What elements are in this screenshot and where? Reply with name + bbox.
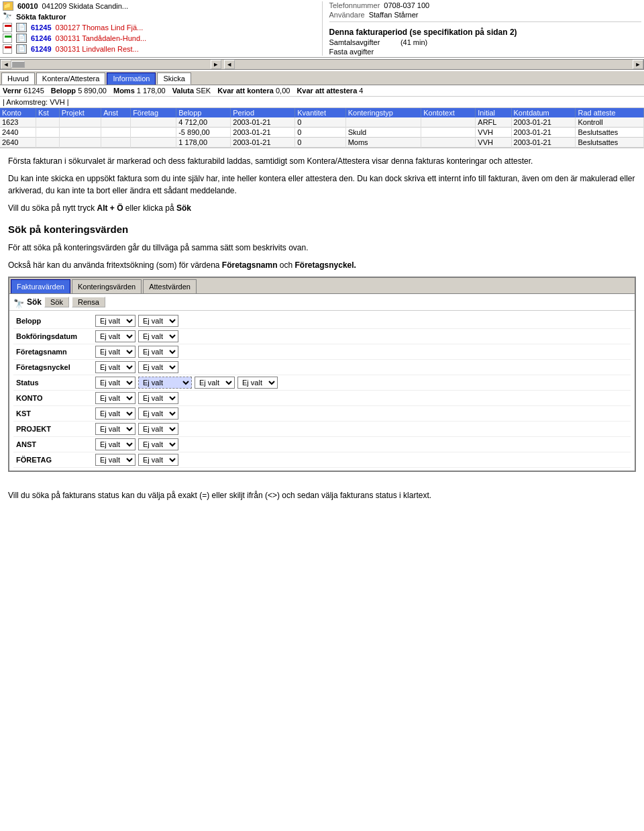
search-tab-attestvarden[interactable]: Attestvärden	[143, 279, 197, 294]
belopp-label: Belopp	[51, 87, 76, 95]
invoice-item-1[interactable]: 📄 61245 030127 Thomas Lind Fjä...	[3, 23, 315, 32]
search-tab-konteringsvarden[interactable]: Konteringsvärden	[72, 279, 142, 294]
select-field-status-1[interactable]: Ej valt	[138, 377, 192, 389]
select-field-9-1[interactable]: Ej valt	[138, 454, 178, 466]
select-field-0-0[interactable]: Ej valt	[95, 315, 136, 327]
select-field-5-1[interactable]: Ej valt	[138, 392, 178, 404]
sok-button[interactable]: Sök	[44, 297, 69, 307]
col-kontdatum: Kontdatum	[511, 108, 576, 117]
folder-desc: 041209 Skidata Scandin...	[42, 2, 128, 10]
select-field-2-1[interactable]: Ej valt	[138, 346, 178, 358]
select-wrapper-0: Ej valt	[95, 454, 136, 466]
table-cell: 2003-01-21	[511, 128, 576, 138]
select-field-6-0[interactable]: Ej valt	[95, 407, 136, 420]
table-cell	[131, 117, 176, 128]
phone-value: 0708-037 100	[384, 1, 429, 9]
select-field-status-2[interactable]: Ej valt	[195, 377, 235, 389]
col-konteringstyp: Konteringstyp	[345, 108, 421, 117]
scroll-left-btn2[interactable]: ◄	[224, 60, 235, 69]
rensa-button[interactable]: Rensa	[72, 297, 105, 307]
form-row-label: Status	[13, 376, 94, 390]
select-field-2-0[interactable]: Ej valt	[95, 346, 136, 358]
form-row-fields: Ej valtEj valtEj valtEj valt	[94, 375, 631, 390]
tab-kontera[interactable]: Kontera/Attestera	[36, 72, 106, 85]
select-field-9-0[interactable]: Ej valt	[95, 454, 136, 466]
select-field-8-0[interactable]: Ej valt	[95, 438, 136, 450]
table-cell: Moms	[345, 138, 421, 148]
table-cell	[131, 128, 176, 138]
select-wrapper-0: Ej valt	[95, 392, 136, 404]
select-field-6-1[interactable]: Ej valt	[138, 407, 178, 420]
scroll-right-btn2[interactable]: ►	[633, 60, 643, 69]
form-row-fields: Ej valtEj valt	[94, 360, 631, 375]
table-cell: Beslutsattes	[576, 138, 644, 148]
select-field-8-1[interactable]: Ej valt	[138, 438, 178, 450]
item-number-3: 61249	[31, 45, 52, 53]
select-wrapper-1: Ej valt	[138, 330, 178, 342]
form-row-belopp: BeloppEj valtEj valt	[13, 313, 631, 329]
top-header: 📁 60010 041209 Skidata Scandin... 🔭 Sökt…	[0, 0, 644, 58]
table-cell: VVH	[476, 128, 511, 138]
col-kvantitet: Kvantitet	[295, 108, 346, 117]
select-wrapper-0: Ej valt	[95, 377, 136, 389]
item-number-2: 61246	[31, 34, 52, 42]
select-field-7-1[interactable]: Ej valt	[138, 423, 178, 435]
tab-huvud[interactable]: Huvud	[1, 72, 35, 85]
form-row-bokfringsdatum: BokföringsdatumEj valtEj valt	[13, 329, 631, 344]
invoice-item-3[interactable]: 📄 61249 030131 Lindvallen Rest...	[3, 44, 315, 54]
top-left: 📁 60010 041209 Skidata Scandin... 🔭 Sökt…	[3, 1, 315, 55]
scrollbar-top[interactable]: ◄ ► ◄ ►	[0, 59, 644, 70]
scroll-right-btn[interactable]: ►	[211, 60, 221, 69]
table-cell	[36, 128, 59, 138]
tab-information[interactable]: Information	[107, 72, 156, 85]
col-belopp: Belopp	[176, 108, 231, 117]
invoice-info-bar: Vernr 61245 Belopp 5 890,00 Moms 1 178,0…	[0, 85, 644, 97]
table-cell: 4 712,00	[176, 117, 231, 128]
section-para: För att söka på konteringsvärden går du …	[8, 242, 636, 254]
col-kst: Kst	[36, 108, 59, 117]
table-row[interactable]: 16234 712,002003-01-210ARFL2003-01-21Kon…	[0, 117, 644, 128]
scroll-track-right[interactable]	[235, 61, 633, 68]
main-tabs: Huvud Kontera/Attestera Information Skic…	[0, 71, 644, 85]
table-cell: 2003-01-21	[231, 138, 295, 148]
select-field-3-1[interactable]: Ej valt	[138, 361, 178, 373]
select-field-1-0[interactable]: Ej valt	[95, 330, 136, 342]
scroll-track-left[interactable]	[11, 61, 211, 68]
file-icon-red-1	[3, 23, 12, 32]
select-wrapper-1: Ej valt	[138, 361, 178, 373]
select-field-5-0[interactable]: Ej valt	[95, 392, 136, 404]
select-field-7-0[interactable]: Ej valt	[95, 423, 136, 435]
select-field-3-0[interactable]: Ej valt	[95, 361, 136, 373]
table-cell	[36, 117, 59, 128]
col-konto: Konto	[0, 108, 36, 117]
section-bold1: Företagsnamn	[222, 260, 278, 270]
form-row-label: FÖRETAG	[13, 453, 94, 467]
scroll-left-btn[interactable]: ◄	[1, 60, 11, 69]
table-cell: 2003-01-21	[231, 117, 295, 128]
invoice-item-2[interactable]: 📄 61246 030131 Tandådalen-Hund...	[3, 34, 315, 43]
select-field-1-1[interactable]: Ej valt	[138, 330, 178, 342]
form-row-label: Belopp	[13, 314, 94, 328]
table-body: 16234 712,002003-01-210ARFL2003-01-21Kon…	[0, 117, 644, 148]
search-form-grid: BeloppEj valtEj valtBokföringsdatumEj va…	[9, 311, 635, 471]
kontering-table: Konto Kst Projekt Anst Företag Belopp Pe…	[0, 108, 644, 148]
table-cell	[131, 138, 176, 148]
form-row-label: PROJEKT	[13, 422, 94, 436]
search-tab-fakturavarden[interactable]: Fakturavärden	[11, 279, 70, 294]
form-row-konto: KONTOEj valtEj valt	[13, 391, 631, 406]
select-field-status-0[interactable]: Ej valt	[95, 377, 136, 389]
form-row-label: Företagsnyckel	[13, 360, 94, 375]
select-field-status-3[interactable]: Ej valt	[237, 377, 278, 389]
form-row-label: Företagsnamn	[13, 345, 94, 359]
section-title: Sök på konteringsvärden	[8, 222, 636, 238]
select-wrapper-0: Ej valt	[95, 407, 136, 420]
tab-skicka[interactable]: Skicka	[157, 72, 191, 85]
scroll-thumb-left[interactable]	[11, 61, 25, 68]
table-cell: 0	[295, 117, 346, 128]
table-row[interactable]: 2440-5 890,002003-01-210SkuldVVH2003-01-…	[0, 128, 644, 138]
table-row[interactable]: 26401 178,002003-01-210MomsVVH2003-01-21…	[0, 138, 644, 148]
form-row-fields: Ej valtEj valt	[94, 344, 631, 359]
select-field-0-1[interactable]: Ej valt	[138, 315, 178, 327]
select-wrapper-1: Ej valt	[138, 377, 192, 389]
table-cell: 2003-01-21	[511, 138, 576, 148]
